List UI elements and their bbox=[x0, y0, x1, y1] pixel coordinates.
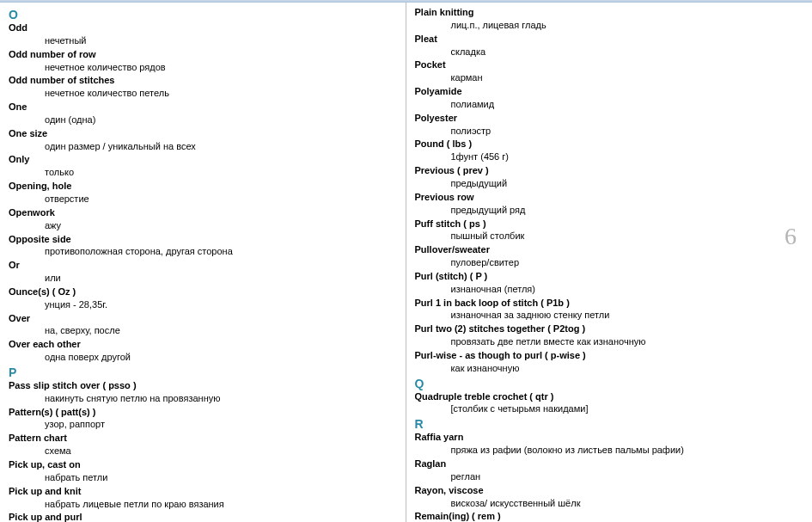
section-letter: Q bbox=[415, 377, 804, 390]
dictionary-entry: Remain(ing) ( rem )остаток - оставшиеся bbox=[415, 510, 804, 522]
dictionary-entry: Opening, holeотверстие bbox=[9, 180, 397, 206]
definition: на, сверху, после bbox=[45, 324, 397, 337]
definition: узор, раппорт bbox=[45, 418, 397, 431]
dictionary-entry: Odd number of stitchesнечетное количеств… bbox=[9, 74, 397, 100]
dictionary-entry: Pound ( lbs )1фунт (456 г) bbox=[415, 138, 804, 163]
dictionary-entry: Purl two (2) stitches together ( P2tog )… bbox=[415, 322, 804, 348]
dictionary-entry: Pick up and knitнабрать лицевые петли по… bbox=[9, 485, 397, 511]
dictionary-entry: Pick up and purlнабрать изнаночные петли… bbox=[9, 511, 397, 522]
term: Pleat bbox=[415, 33, 804, 46]
definition: ажу bbox=[45, 219, 397, 232]
term: Previous ( prev ) bbox=[415, 164, 804, 177]
term: Opening, hole bbox=[9, 180, 397, 193]
dictionary-entry: Puff stitch ( ps )пышный столбик bbox=[415, 218, 804, 243]
definition: одна поверх другой bbox=[45, 351, 397, 364]
dictionary-entry: Rayon, viscoseвискоза/ искусственный шёл… bbox=[415, 484, 804, 510]
term: Ounce(s) ( Oz ) bbox=[9, 286, 397, 298]
dictionary-entry: Over each otherодна поверх другой bbox=[9, 338, 397, 364]
dictionary-entry: Pullover/sweaterпуловер/свитер bbox=[415, 243, 804, 269]
term: Openwork bbox=[9, 206, 397, 219]
dictionary-entry: Pattern chartсхема bbox=[9, 432, 397, 458]
term: Or bbox=[9, 259, 397, 272]
definition: один размер / уникальный на всех bbox=[45, 140, 397, 153]
term: Pocket bbox=[415, 58, 804, 71]
dictionary-entry: Pleatскладка bbox=[415, 33, 804, 58]
term: Pass slip stitch over ( psso ) bbox=[9, 379, 397, 392]
definition: набрать лицевые петли по краю вязания bbox=[45, 498, 397, 511]
definition: противоположная сторона, другая сторона bbox=[45, 245, 397, 258]
dictionary-entry: Purl-wise - as though to purl ( p-wise )… bbox=[415, 349, 804, 375]
section-letter: R bbox=[415, 417, 804, 431]
term: Raffia yarn bbox=[415, 431, 804, 444]
dictionary-entry: Onlyтолько bbox=[9, 153, 397, 179]
definition: только bbox=[45, 166, 397, 179]
definition: схема bbox=[45, 445, 397, 458]
definition: карман bbox=[451, 71, 804, 84]
dictionary-entry: Raglanреглан bbox=[415, 458, 804, 483]
definition: изнаночная за заднюю стенку петли bbox=[451, 309, 804, 322]
definition: пряжа из рафии (волокно из листьев пальм… bbox=[451, 444, 804, 457]
dictionary-entry: Previous rowпредыдущий ряд bbox=[415, 191, 804, 217]
definition: предыдущий bbox=[451, 177, 804, 190]
dictionary-entry: Ounce(s) ( Oz )унция - 28,35г. bbox=[9, 286, 397, 311]
term: Purl 1 in back loop of stitch ( P1b ) bbox=[415, 297, 804, 310]
dictionary-entry: Oneодин (одна) bbox=[9, 101, 397, 126]
dictionary-entry: Opposite sideпротивоположная сторона, др… bbox=[9, 233, 397, 259]
definition: пышный столбик bbox=[451, 230, 804, 243]
term: Pick up, cast on bbox=[9, 458, 397, 471]
dictionary-entry: Plain knittingлиц.п., лицевая гладь bbox=[415, 6, 804, 32]
definition: реглан bbox=[451, 470, 804, 483]
page-number: 6 bbox=[785, 223, 797, 250]
definition: [столбик с четырьмя накидами] bbox=[451, 402, 804, 415]
definition: провязать две петли вместе как изнаночну… bbox=[451, 335, 804, 348]
dictionary-entry: Pick up, cast onнабрать петли bbox=[9, 458, 397, 484]
right-column: 6 Plain knittingлиц.п., лицевая гладьPle… bbox=[406, 3, 813, 522]
definition: накинуть снятую петлю на провязанную bbox=[45, 392, 397, 405]
dictionary-entry: Pocketкарман bbox=[415, 58, 804, 84]
definition: полиэстр bbox=[451, 125, 804, 138]
term: Over each other bbox=[9, 338, 397, 351]
section-letter: P bbox=[9, 365, 397, 379]
definition: как изнаночную bbox=[451, 362, 804, 375]
definition: пуловер/свитер bbox=[451, 256, 804, 269]
term: Quadruple treble crochet ( qtr ) bbox=[415, 390, 804, 403]
definition: вискоза/ искусственный шёлк bbox=[451, 497, 804, 510]
term: Purl two (2) stitches together ( P2tog ) bbox=[415, 322, 804, 335]
term: Polyester bbox=[415, 112, 804, 125]
dictionary-entry: One sizeодин размер / уникальный на всех bbox=[9, 127, 397, 153]
term: Pullover/sweater bbox=[415, 243, 804, 256]
term: Remain(ing) ( rem ) bbox=[415, 510, 804, 522]
definition: лиц.п., лицевая гладь bbox=[451, 19, 804, 32]
section-letter: O bbox=[9, 8, 397, 21]
definition: нечетное количество рядов bbox=[45, 61, 397, 74]
dictionary-entry: Overна, сверху, после bbox=[9, 312, 397, 338]
dictionary-entry: Openworkажу bbox=[9, 206, 397, 232]
term: Previous row bbox=[415, 191, 804, 204]
term: Odd number of row bbox=[9, 48, 397, 61]
term: Odd number of stitches bbox=[9, 74, 397, 87]
term: One bbox=[9, 101, 397, 114]
definition: или bbox=[45, 272, 397, 285]
term: Pound ( lbs ) bbox=[415, 138, 804, 150]
dictionary-entry: Polyesterполиэстр bbox=[415, 112, 804, 138]
dictionary-entry: Quadruple treble crochet ( qtr )[столбик… bbox=[415, 390, 804, 416]
definition: унция - 28,35г. bbox=[45, 298, 397, 311]
term: Pick up and purl bbox=[9, 511, 397, 522]
dictionary-entry: Pass slip stitch over ( psso )накинуть с… bbox=[9, 379, 397, 405]
definition: складка bbox=[451, 46, 804, 58]
term: Rayon, viscose bbox=[415, 484, 804, 497]
definition: нечетное количество петель bbox=[45, 87, 397, 100]
term: Opposite side bbox=[9, 233, 397, 246]
definition: предыдущий ряд bbox=[451, 204, 804, 217]
definition: один (одна) bbox=[45, 114, 397, 126]
term: Pick up and knit bbox=[9, 485, 397, 498]
definition: полиамид bbox=[451, 98, 804, 111]
term: Pattern(s) ( patt(s) ) bbox=[9, 406, 397, 419]
term: One size bbox=[9, 127, 397, 140]
term: Purl (stitch) ( P ) bbox=[415, 270, 804, 283]
term: Puff stitch ( ps ) bbox=[415, 218, 804, 230]
definition: отверстие bbox=[45, 193, 397, 206]
dictionary-entry: Purl 1 in back loop of stitch ( P1b )изн… bbox=[415, 297, 804, 322]
term: Purl-wise - as though to purl ( p-wise ) bbox=[415, 349, 804, 362]
dictionary-entry: Orили bbox=[9, 259, 397, 285]
